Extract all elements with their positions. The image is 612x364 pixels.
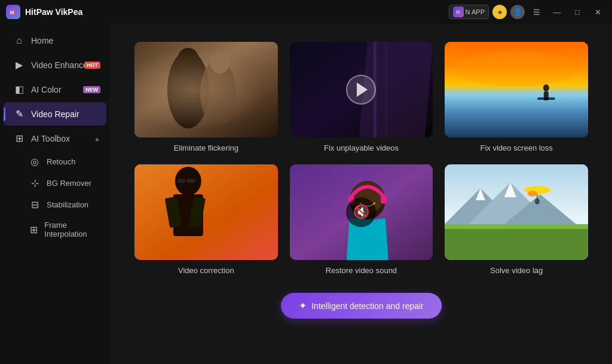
sidebar-item-label: Video Enhancer <box>31 60 90 70</box>
title-bar-right: N N APP ★ 👤 ☰ — □ ✕ <box>449 5 606 19</box>
svg-rect-22 <box>178 179 186 183</box>
thumb-video-correction <box>134 164 278 260</box>
svg-text:H: H <box>10 10 14 16</box>
retouch-icon: ◎ <box>29 156 41 167</box>
screen-loss-svg <box>445 42 588 137</box>
card-fix-unplayable[interactable]: Fix unplayable videos <box>290 42 433 152</box>
sidebar-item-video-repair[interactable]: ✎ Video Repair <box>4 102 106 126</box>
sidebar-item-retouch[interactable]: ◎ Retouch <box>22 151 106 172</box>
thumb-eliminate-flickering <box>134 42 278 137</box>
stabilization-icon: ⊟ <box>29 199 41 210</box>
card-label: Video correction <box>178 266 234 275</box>
sidebar-item-label: AI Color <box>31 85 62 94</box>
detect-button-label: Intelligent detection and repair <box>311 301 424 311</box>
main-content: Eliminate flickering <box>111 24 612 364</box>
bottom-bar: ✦ Intelligent detection and repair <box>134 287 588 322</box>
sidebar-item-label: Video Repair <box>31 109 79 119</box>
svg-rect-36 <box>445 224 588 260</box>
sidebar-item-video-enhancer[interactable]: ▶ Video Enhancer HOT <box>4 53 106 77</box>
thumb-fix-screen-loss <box>445 42 588 137</box>
sidebar-item-bg-remover[interactable]: ⊹ BG Remover <box>22 173 106 194</box>
app-logo: H <box>6 5 20 19</box>
card-solve-lag[interactable]: Solve video lag <box>445 164 588 275</box>
svg-rect-23 <box>187 179 195 183</box>
video-enhancer-icon: ▶ <box>13 59 25 71</box>
video-repair-icon: ✎ <box>13 108 25 120</box>
close-button[interactable]: ✕ <box>589 5 606 19</box>
mute-overlay: 🔇 <box>346 197 376 227</box>
svg-rect-11 <box>385 42 387 137</box>
sidebar-item-label: Home <box>31 36 53 45</box>
title-bar: H HitPaw VikPea N N APP ★ 👤 ☰ — □ ✕ <box>0 0 612 24</box>
svg-point-5 <box>200 60 236 126</box>
detect-repair-button[interactable]: ✦ Intelligent detection and repair <box>281 293 442 319</box>
title-bar-left: H HitPaw VikPea <box>6 5 82 19</box>
card-label: Fix video screen loss <box>480 143 552 152</box>
couple-overlay <box>134 42 278 137</box>
svg-rect-7 <box>134 42 278 137</box>
expand-icon: ▲ <box>94 135 100 142</box>
cards-grid: Eliminate flickering <box>134 42 588 275</box>
card-fix-screen-loss[interactable]: Fix video screen loss <box>445 42 588 152</box>
play-overlay <box>346 75 376 105</box>
svg-rect-17 <box>134 164 278 260</box>
main-layout: ⌂ Home ▶ Video Enhancer HOT ◧ AI Color N… <box>0 24 612 364</box>
couple-svg <box>134 42 278 137</box>
card-label: Fix unplayable videos <box>324 143 399 152</box>
menu-button[interactable]: ☰ <box>528 5 545 19</box>
star-icon: ✦ <box>299 300 307 311</box>
svg-point-6 <box>210 52 230 74</box>
svg-point-13 <box>457 51 576 87</box>
sidebar-item-home[interactable]: ⌂ Home <box>4 29 106 52</box>
sidebar-sub-label: BG Remover <box>47 179 91 188</box>
user-avatar[interactable]: 👤 <box>510 5 525 19</box>
active-indicator <box>4 107 5 121</box>
svg-point-41 <box>535 198 540 204</box>
card-label: Solve video lag <box>490 266 543 275</box>
sidebar-item-label: AI Toolbox <box>31 134 70 143</box>
thumb-solve-lag <box>445 164 588 260</box>
new-badge: NEW <box>83 86 100 93</box>
svg-rect-2 <box>134 42 278 137</box>
maximize-button[interactable]: □ <box>569 5 586 19</box>
ai-color-icon: ◧ <box>13 84 25 95</box>
svg-point-39 <box>528 191 537 197</box>
sidebar-item-ai-toolbox[interactable]: ⊞ AI Toolbox ▲ <box>4 127 106 150</box>
bg-remover-icon: ⊹ <box>29 178 41 189</box>
ai-toolbox-icon: ⊞ <box>13 133 25 144</box>
sidebar-item-ai-color[interactable]: ◧ AI Color NEW <box>4 78 106 101</box>
card-eliminate-flickering[interactable]: Eliminate flickering <box>134 42 278 152</box>
minimize-button[interactable]: — <box>549 5 565 19</box>
hot-badge: HOT <box>84 62 100 69</box>
n-icon: N <box>453 7 464 17</box>
notification-badge[interactable]: ★ <box>492 5 507 19</box>
thumb-fix-unplayable <box>290 42 433 137</box>
app-name: HitPaw VikPea <box>25 7 82 17</box>
sidebar: ⌂ Home ▶ Video Enhancer HOT ◧ AI Color N… <box>0 24 111 364</box>
sidebar-sub-label: Retouch <box>47 157 75 166</box>
play-triangle-icon <box>357 82 368 97</box>
svg-rect-29 <box>380 195 386 204</box>
svg-point-3 <box>167 51 209 129</box>
svg-point-14 <box>543 84 549 91</box>
thumb-restore-sound: 🔇 <box>290 164 433 260</box>
svg-rect-16 <box>537 97 555 100</box>
svg-rect-37 <box>445 224 588 229</box>
frame-interpolation-icon: ⊞ <box>29 224 38 235</box>
n-app-label: N APP <box>466 8 485 16</box>
svg-point-4 <box>178 48 199 72</box>
home-icon: ⌂ <box>13 35 25 46</box>
sidebar-item-frame-interpolation[interactable]: ⊞ Frame Interpolation <box>22 216 106 243</box>
card-label: Eliminate flickering <box>174 143 238 152</box>
card-restore-sound[interactable]: 🔇 Restore video sound <box>290 164 433 275</box>
sidebar-sub-label: Stabilization <box>47 200 88 209</box>
sidebar-item-stabilization[interactable]: ⊟ Stabilization <box>22 194 106 215</box>
sidebar-sub-label: Frame Interpolation <box>44 221 99 238</box>
n-app-badge[interactable]: N N APP <box>449 5 489 19</box>
ai-toolbox-submenu: ◎ Retouch ⊹ BG Remover ⊟ Stabilization ⊞… <box>0 151 110 244</box>
solve-lag-svg <box>445 164 588 260</box>
video-correction-svg <box>134 164 278 260</box>
card-label: Restore video sound <box>326 266 397 275</box>
card-video-correction[interactable]: Video correction <box>134 164 278 275</box>
